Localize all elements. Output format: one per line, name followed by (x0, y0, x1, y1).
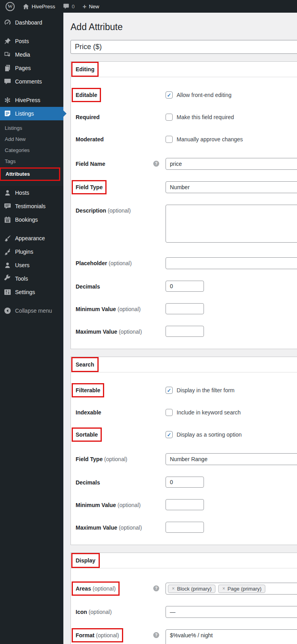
comments-shortcut[interactable]: 0 (59, 0, 78, 13)
attribute-name-input[interactable] (70, 40, 297, 54)
collapse-menu-button[interactable]: Collapse menu (0, 304, 63, 317)
sidebar-item-appearance[interactable]: Appearance (0, 232, 63, 245)
optional-suffix: (optional) (119, 524, 142, 531)
search-field-type-row: Field Type (optional) Number Range (76, 453, 297, 465)
remove-tag-icon[interactable]: × (222, 585, 225, 592)
admin-menu: Dashboard Posts Media Pages Comments ✻ H… (0, 13, 63, 317)
checkbox-label: Include in keyword search (177, 409, 241, 416)
sidebar-item-label: Posts (15, 38, 29, 45)
search-maximum-value-row: Maximum Value (optional) (76, 522, 297, 533)
site-link[interactable]: HivePress (19, 0, 59, 13)
field-type-row: Field Type Number (76, 181, 297, 193)
description-textarea[interactable] (166, 205, 297, 243)
new-content-menu[interactable]: + New (78, 0, 103, 13)
selected-tag: ×Page (primary) (218, 585, 265, 593)
sidebar-item-comments[interactable]: Comments (0, 75, 63, 88)
new-label: New (89, 4, 99, 9)
moderated-row: Moderated ✓ Manually approve changes (76, 136, 297, 143)
search-maximum-value-input[interactable] (166, 522, 204, 533)
submenu-item-add-new[interactable]: Add New (0, 134, 63, 145)
icon-select[interactable]: — (166, 606, 297, 618)
indexable-checkbox[interactable]: ✓ (166, 409, 173, 416)
comments-icon (4, 78, 11, 85)
sidebar-item-hosts[interactable]: Hosts (0, 186, 63, 199)
minimum-value-input[interactable] (166, 303, 204, 314)
pages-icon (4, 64, 11, 72)
field-label: Field Type (76, 184, 103, 190)
minimum-value-row: Minimum Value (optional) (76, 303, 297, 314)
main-content: Add Attribute Editing Editable ✓ Allow f… (63, 13, 297, 644)
checkbox-label: Manually approve changes (177, 136, 243, 142)
menu-separator (0, 299, 63, 304)
remove-tag-icon[interactable]: × (172, 585, 175, 592)
editable-checkbox[interactable]: ✓ (166, 91, 173, 99)
field-label: Minimum Value (76, 502, 116, 508)
dashboard-icon (4, 19, 11, 27)
field-label: Sortable (76, 431, 98, 438)
help-icon[interactable]: ? (153, 161, 159, 167)
submenu-item-categories[interactable]: Categories (0, 145, 63, 156)
sidebar-item-media[interactable]: Media (0, 48, 63, 61)
placeholder-input[interactable] (166, 257, 297, 269)
sidebar-item-listings[interactable]: Listings (0, 107, 63, 120)
settings-icon (4, 288, 11, 296)
checkbox-label: Display as a sorting option (177, 431, 242, 438)
field-label: Icon (76, 609, 87, 615)
wrench-icon (4, 275, 11, 283)
checkbox-label: Display in the filter form (177, 387, 234, 393)
sortable-checkbox[interactable]: ✓ (166, 431, 173, 438)
field-name-input[interactable] (166, 158, 297, 170)
field-type-select[interactable]: Number (166, 181, 297, 193)
search-field-type-select[interactable]: Number Range (166, 453, 297, 465)
placeholder-row: Placeholder (optional) (76, 257, 297, 269)
optional-suffix: (optional) (118, 502, 141, 508)
decimals-row: Decimals (76, 281, 297, 292)
help-icon[interactable]: ? (153, 585, 159, 591)
field-label: Indexable (76, 409, 101, 416)
sidebar-item-tools[interactable]: Tools (0, 272, 63, 285)
submenu-item-tags[interactable]: Tags (0, 156, 63, 167)
search-minimum-value-input[interactable] (166, 499, 204, 510)
sidebar-item-posts[interactable]: Posts (0, 34, 63, 48)
maximum-value-input[interactable] (166, 326, 204, 337)
sidebar-item-label: Bookings (15, 216, 38, 224)
format-textarea[interactable]: $%value% / night (166, 629, 297, 644)
section-header: Search (71, 357, 297, 372)
areas-multiselect[interactable]: ×Block (primary) ×Page (primary) (166, 583, 297, 595)
sidebar-item-hivepress[interactable]: ✻ HivePress (0, 93, 63, 107)
display-section: Display Areas (optional) ? ×Block (prima… (70, 553, 297, 644)
sidebar-item-pages[interactable]: Pages (0, 61, 63, 75)
field-name-row: Field Name ? (76, 158, 297, 170)
wordpress-menu[interactable]: W (0, 0, 19, 13)
site-name: HivePress (32, 4, 55, 9)
indexable-row: Indexable ✓ Include in keyword search (76, 409, 297, 416)
sidebar-item-testimonials[interactable]: Testimonials (0, 199, 63, 213)
menu-separator (0, 226, 63, 232)
submenu-item-attributes[interactable]: Attributes (0, 169, 63, 180)
optional-suffix: (optional) (104, 456, 127, 462)
optional-suffix: (optional) (119, 329, 142, 335)
sidebar-item-dashboard[interactable]: Dashboard (0, 16, 63, 29)
sidebar-item-label: Dashboard (15, 19, 42, 27)
sidebar-item-settings[interactable]: Settings (0, 285, 63, 299)
sidebar-item-bookings[interactable]: Bookings (0, 213, 63, 226)
optional-suffix: (optional) (89, 609, 112, 615)
plugin-icon (4, 248, 11, 256)
decimals-input[interactable] (166, 281, 204, 292)
required-checkbox[interactable]: ✓ (166, 114, 173, 121)
required-row: Required ✓ Make this field required (76, 114, 297, 121)
wordpress-logo-icon: W (6, 2, 15, 11)
description-row: Description (optional) (76, 205, 297, 244)
sidebar-item-users[interactable]: Users (0, 258, 63, 272)
moderated-checkbox[interactable]: ✓ (166, 136, 173, 143)
user-icon (4, 261, 11, 269)
editing-section: Editing Editable ✓ Allow front-end editi… (70, 61, 297, 349)
filterable-checkbox[interactable]: ✓ (166, 387, 173, 394)
help-icon[interactable]: ? (153, 632, 159, 638)
field-label: Minimum Value (76, 306, 116, 312)
search-section: Search Filterable ✓ Display in the filte… (70, 357, 297, 545)
search-decimals-input[interactable] (166, 477, 204, 488)
submenu-item-listings[interactable]: Listings (0, 123, 63, 134)
sidebar-item-plugins[interactable]: Plugins (0, 245, 63, 258)
optional-suffix: (optional) (93, 585, 116, 592)
